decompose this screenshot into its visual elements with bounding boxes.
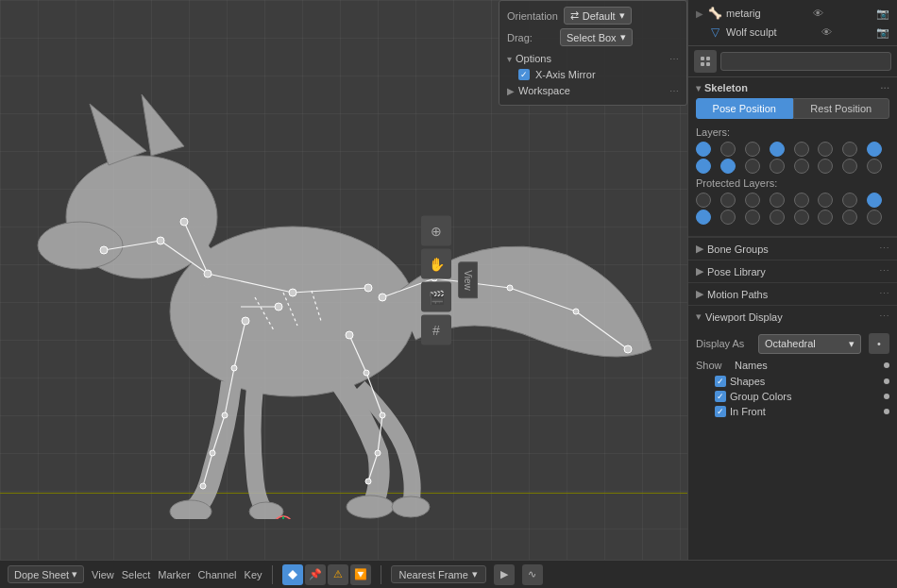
svg-point-50 bbox=[346, 331, 353, 339]
prot-dot-4[interactable] bbox=[770, 193, 785, 208]
viewport-display-header[interactable]: ▾ Viewport Display ⋯ bbox=[688, 305, 897, 328]
nearest-frame-dropdown[interactable]: Nearest Frame ▾ bbox=[391, 565, 486, 583]
viewport[interactable]: Orientation ⇄ Default ▾ Drag: Select Box… bbox=[0, 0, 687, 560]
options-header[interactable]: ▾ Options ⋯ bbox=[507, 50, 679, 67]
svg-point-45 bbox=[507, 285, 513, 291]
layer-dot-16[interactable] bbox=[867, 159, 882, 174]
key-menu[interactable]: Key bbox=[245, 569, 262, 580]
view-menu[interactable]: View bbox=[92, 569, 114, 580]
layer-dot-5[interactable] bbox=[794, 142, 809, 157]
loop-icon[interactable]: ∿ bbox=[522, 564, 543, 585]
cursor-tool[interactable]: ⊕ bbox=[421, 215, 451, 245]
skeleton-section-header[interactable]: ▾ Skeleton ⋯ bbox=[688, 77, 897, 98]
layer-dot-7[interactable] bbox=[842, 142, 857, 157]
layer-dot-2[interactable] bbox=[720, 142, 736, 157]
prot-dot-1[interactable] bbox=[696, 193, 711, 208]
dope-sheet-dropdown[interactable]: Dope Sheet ▾ bbox=[8, 565, 84, 583]
in-front-row: ✓ In Front bbox=[696, 404, 889, 419]
prot-dot-16[interactable] bbox=[867, 210, 882, 225]
motion-paths-row[interactable]: ▶ Motion Paths ⋯ bbox=[688, 282, 897, 305]
prot-dot-9[interactable] bbox=[696, 210, 711, 225]
marker-menu[interactable]: Marker bbox=[158, 569, 190, 580]
prot-dot-15[interactable] bbox=[842, 210, 857, 225]
metarig-render-icon[interactable]: 📷 bbox=[876, 8, 889, 20]
protected-layers-label: Protected Layers: bbox=[696, 177, 889, 189]
layer-dot-4[interactable] bbox=[770, 142, 785, 157]
prot-dot-14[interactable] bbox=[818, 210, 833, 225]
prot-dot-12[interactable] bbox=[770, 210, 785, 225]
pose-library-row[interactable]: ▶ Pose Library ⋯ bbox=[688, 260, 897, 282]
channel-menu[interactable]: Channel bbox=[198, 569, 237, 580]
prot-dot-3[interactable] bbox=[745, 193, 760, 208]
x-axis-mirror-checkbox[interactable]: ✓ bbox=[518, 69, 530, 80]
outliner-item-metarig[interactable]: ▶ 🦴 metarig 👁 📷 bbox=[688, 4, 897, 23]
group-colors-checkbox[interactable]: ✓ bbox=[715, 391, 726, 402]
svg-point-5 bbox=[170, 500, 212, 519]
svg-rect-56 bbox=[701, 57, 704, 60]
keyframe-icon[interactable] bbox=[282, 564, 303, 585]
filter-icon bbox=[700, 56, 711, 67]
rest-position-btn[interactable]: Rest Position bbox=[793, 98, 890, 119]
separator-2 bbox=[381, 565, 381, 584]
layer-dot-11[interactable] bbox=[745, 159, 760, 174]
pose-position-btn[interactable]: Pose Position bbox=[696, 98, 793, 119]
prot-dot-6[interactable] bbox=[818, 193, 833, 208]
x-axis-mirror-row[interactable]: ✓ X-Axis Mirror bbox=[507, 67, 679, 82]
names-indicator bbox=[884, 362, 889, 368]
camera-tool[interactable]: 🎬 bbox=[421, 281, 451, 311]
display-as-extra-btn[interactable]: • bbox=[869, 333, 889, 354]
workspace-header[interactable]: ▶ Workspace ⋯ bbox=[507, 82, 679, 99]
grid-tool[interactable]: # bbox=[421, 314, 451, 344]
top-overlay-panel: Orientation ⇄ Default ▾ Drag: Select Box… bbox=[499, 0, 687, 106]
layer-dot-13[interactable] bbox=[794, 159, 809, 174]
layer-dot-1[interactable] bbox=[696, 142, 711, 157]
prot-dot-13[interactable] bbox=[794, 210, 809, 225]
shapes-checkbox[interactable]: ✓ bbox=[715, 376, 726, 387]
wolf-icon: ▽ bbox=[707, 25, 722, 39]
layer-dot-10[interactable] bbox=[720, 159, 736, 174]
layer-dot-14[interactable] bbox=[818, 159, 833, 174]
filter-icon-btn[interactable] bbox=[694, 50, 717, 73]
in-front-checkbox[interactable]: ✓ bbox=[715, 406, 726, 417]
playback-icon[interactable]: ▶ bbox=[494, 564, 515, 585]
layer-dot-8[interactable] bbox=[867, 142, 882, 157]
layer-dot-9[interactable] bbox=[696, 159, 711, 174]
search-bar bbox=[688, 46, 897, 77]
pin-icon[interactable]: 📌 bbox=[305, 564, 326, 585]
prot-dot-8[interactable] bbox=[867, 193, 882, 208]
in-front-indicator bbox=[884, 409, 889, 414]
bone-groups-row[interactable]: ▶ Bone Groups ⋯ bbox=[688, 237, 897, 260]
wolf-eye-icon[interactable]: 👁 bbox=[821, 26, 832, 38]
prot-dot-7[interactable] bbox=[842, 193, 857, 208]
svg-point-31 bbox=[289, 289, 296, 296]
svg-point-37 bbox=[222, 412, 228, 418]
layer-dot-12[interactable] bbox=[770, 159, 785, 174]
filter-icon[interactable]: 🔽 bbox=[350, 564, 371, 585]
display-as-dropdown[interactable]: Octahedral ▾ bbox=[758, 334, 861, 354]
wolf-render-icon[interactable]: 📷 bbox=[876, 26, 889, 39]
drag-dropdown[interactable]: Select Box ▾ bbox=[560, 28, 633, 46]
layer-dot-6[interactable] bbox=[818, 142, 833, 157]
prot-dot-10[interactable] bbox=[720, 210, 736, 225]
search-input[interactable] bbox=[720, 52, 891, 71]
prot-dot-2[interactable] bbox=[720, 193, 736, 208]
layer-dot-15[interactable] bbox=[842, 159, 857, 174]
warning-icon[interactable]: ⚠ bbox=[328, 564, 348, 585]
hand-tool[interactable]: ✋ bbox=[421, 248, 451, 278]
shapes-row: ✓ Shapes bbox=[696, 374, 889, 389]
prot-dot-5[interactable] bbox=[794, 193, 809, 208]
prot-dot-11[interactable] bbox=[745, 210, 760, 225]
orientation-dropdown[interactable]: ⇄ Default ▾ bbox=[564, 7, 632, 25]
layers-grid bbox=[696, 142, 889, 174]
select-menu[interactable]: Select bbox=[122, 569, 151, 580]
drag-label: Drag: bbox=[507, 32, 554, 43]
outliner-item-wolf[interactable]: ▽ Wolf sculpt 👁 📷 bbox=[688, 23, 897, 42]
metarig-eye-icon[interactable]: 👁 bbox=[813, 8, 823, 19]
pose-library-arrow-icon: ▶ bbox=[696, 265, 703, 277]
svg-point-48 bbox=[242, 317, 249, 325]
group-colors-indicator bbox=[884, 394, 889, 399]
layer-dot-3[interactable] bbox=[745, 142, 760, 157]
view-side-label[interactable]: View bbox=[458, 261, 478, 299]
svg-point-34 bbox=[100, 246, 108, 254]
separator-1 bbox=[272, 565, 273, 584]
